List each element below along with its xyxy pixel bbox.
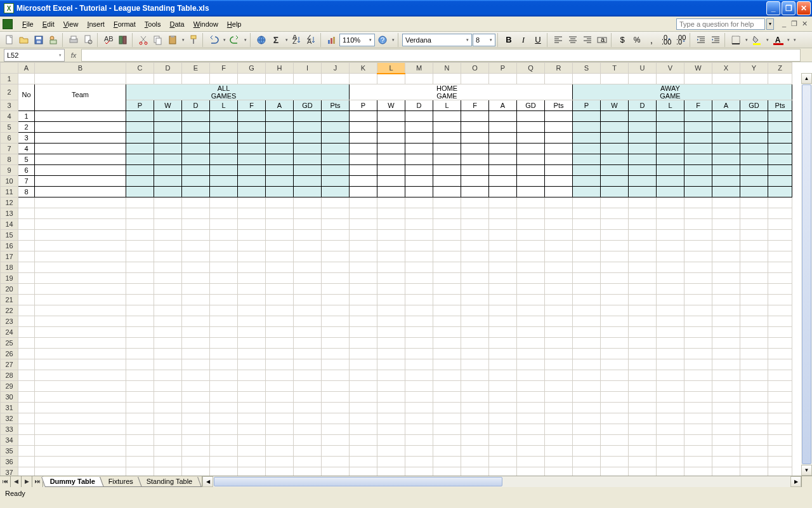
cell[interactable] [517,295,545,305]
cell[interactable] [238,413,266,424]
cell[interactable] [322,381,350,392]
column-header[interactable]: B [35,63,126,74]
cell[interactable] [182,305,210,316]
cell[interactable] [18,349,35,359]
row-header[interactable]: 9 [1,165,18,176]
cell[interactable] [461,467,489,476]
cell[interactable] [657,133,684,144]
cell[interactable] [294,111,322,122]
cell[interactable] [768,133,792,144]
column-header[interactable]: I [294,63,322,74]
cell[interactable] [182,413,210,424]
cell[interactable] [322,338,350,349]
row-header[interactable]: 35 [1,446,18,457]
cell[interactable] [350,133,377,144]
cell[interactable] [712,370,740,381]
sheet-tab[interactable]: Fixtures [100,477,142,487]
cell[interactable] [154,84,182,100]
cell[interactable] [154,74,182,84]
cell[interactable] [350,251,377,262]
cell[interactable]: GD [740,100,768,111]
cell[interactable] [545,84,573,100]
cell[interactable] [489,262,517,273]
cell[interactable] [433,165,461,176]
cell[interactable] [740,284,768,295]
cell[interactable] [154,457,182,467]
cell[interactable] [210,165,238,176]
cell[interactable] [266,446,294,457]
cell[interactable] [768,316,792,327]
row-header[interactable]: 14 [1,219,18,230]
cell[interactable] [657,305,684,316]
fill-color-dropdown-icon[interactable]: ▾ [764,33,770,47]
row-header[interactable]: 27 [1,359,18,370]
cell[interactable] [350,424,377,435]
cell[interactable] [712,208,740,219]
cell[interactable] [545,230,573,241]
row-header[interactable]: 1 [1,74,18,84]
cell[interactable] [238,165,266,176]
cell[interactable] [405,359,433,370]
cell[interactable] [238,392,266,403]
cell[interactable] [712,338,740,349]
cell[interactable] [601,435,629,446]
cell[interactable] [35,284,126,295]
cell[interactable] [210,381,238,392]
cell[interactable] [517,403,545,413]
cell[interactable] [461,262,489,273]
cell[interactable] [573,424,601,435]
cell[interactable] [601,273,629,284]
row-header[interactable]: 11 [1,187,18,197]
minimize-button[interactable]: _ [766,1,780,15]
cell[interactable] [489,144,517,154]
cell[interactable] [210,403,238,413]
cell[interactable] [740,327,768,338]
cell[interactable] [238,144,266,154]
cell[interactable] [740,230,768,241]
cell[interactable] [294,284,322,295]
cell[interactable] [35,111,126,122]
cell[interactable] [517,392,545,403]
cell[interactable] [126,241,154,251]
cell[interactable] [768,208,792,219]
cell[interactable] [712,197,740,208]
cell[interactable] [266,467,294,476]
cell[interactable] [154,273,182,284]
cell[interactable] [405,187,433,197]
cell[interactable] [238,381,266,392]
cell[interactable] [629,84,657,100]
cell[interactable] [154,111,182,122]
cell[interactable] [712,241,740,251]
cell[interactable] [545,273,573,284]
cell[interactable] [294,327,322,338]
cell[interactable] [182,316,210,327]
cell[interactable] [517,230,545,241]
cell[interactable] [238,349,266,359]
cell[interactable] [154,197,182,208]
cell[interactable] [489,457,517,467]
cell[interactable] [18,327,35,338]
cell[interactable] [35,273,126,284]
cell[interactable] [182,370,210,381]
row-header[interactable]: 23 [1,316,18,327]
cell[interactable] [461,370,489,381]
cell[interactable] [657,154,684,165]
cell[interactable] [18,74,35,84]
cell[interactable] [684,305,712,316]
cell[interactable] [18,457,35,467]
cell[interactable] [35,241,126,251]
cell[interactable] [35,446,126,457]
cell[interactable] [154,349,182,359]
cell[interactable] [35,467,126,476]
cell[interactable] [433,467,461,476]
row-header[interactable]: 36 [1,457,18,467]
cell[interactable] [405,176,433,187]
cell[interactable] [629,370,657,381]
cell[interactable] [377,316,405,327]
cell[interactable] [712,284,740,295]
cell[interactable] [629,381,657,392]
cell[interactable] [294,133,322,144]
cell[interactable]: 3 [18,133,35,144]
cell[interactable] [126,327,154,338]
cell[interactable] [35,165,126,176]
